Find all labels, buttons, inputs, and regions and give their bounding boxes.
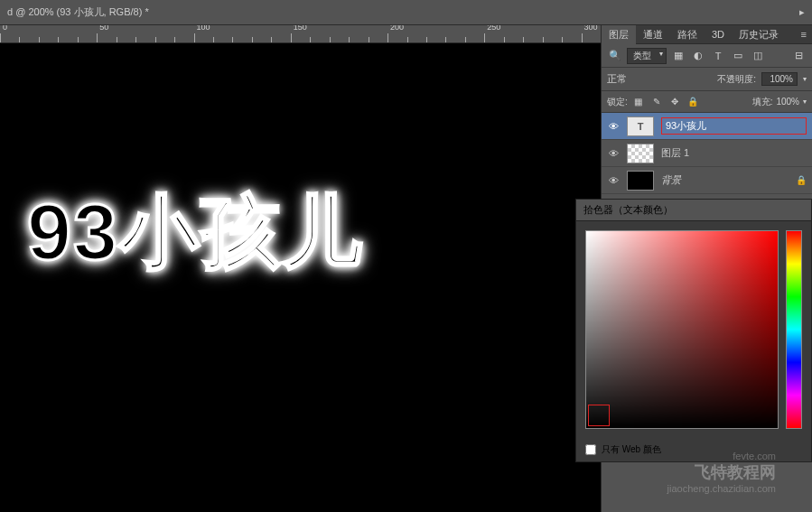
color-picker-dialog[interactable]: 拾色器（文本颜色） 只有 Web 颜色 xyxy=(575,199,812,462)
hue-slider[interactable] xyxy=(786,230,802,429)
color-picker-body xyxy=(576,221,811,438)
tab-layers[interactable]: 图层 xyxy=(602,25,636,44)
web-colors-checkbox[interactable] xyxy=(585,444,596,455)
document-tab-bar: d @ 200% (93 小孩儿, RGB/8) * ▸ xyxy=(0,0,812,25)
panel-tabs: 图层 通道 路径 3D 历史记录 ≡ xyxy=(602,25,812,44)
lock-move-icon[interactable]: ✥ xyxy=(667,95,682,109)
layer-name[interactable]: 背景 xyxy=(661,173,789,187)
layer-thumbnail[interactable] xyxy=(627,171,654,191)
layer-name[interactable]: 93小孩儿 xyxy=(661,117,807,135)
horizontal-ruler[interactable] xyxy=(0,25,601,43)
color-picker-footer: 只有 Web 颜色 xyxy=(576,438,811,461)
document-title: d @ 200% (93 小孩儿, RGB/8) * xyxy=(7,5,799,19)
layer-filter-row: 🔍 类型 ▦ ◐ T ▭ ◫ ⊟ xyxy=(602,44,812,68)
panel-collapse-icon[interactable]: ▸ xyxy=(799,6,805,18)
lock-brush-icon[interactable]: ✎ xyxy=(649,95,664,109)
search-icon[interactable]: 🔍 xyxy=(607,48,623,64)
lock-icon: 🔒 xyxy=(796,175,807,185)
fill-label: 填充: xyxy=(752,96,773,108)
layer-row-text[interactable]: 👁 T 93小孩儿 xyxy=(602,113,812,140)
web-colors-label: 只有 Web 颜色 xyxy=(602,443,661,456)
filter-pixel-icon[interactable]: ▦ xyxy=(670,48,686,64)
lock-all-icon[interactable]: 🔒 xyxy=(686,95,700,109)
filter-smart-icon[interactable]: ◫ xyxy=(750,48,766,64)
canvas[interactable]: 93小孩儿 xyxy=(0,43,601,512)
lock-label: 锁定: xyxy=(607,96,628,108)
visibility-toggle-icon[interactable]: 👁 xyxy=(607,148,620,159)
layer-kind-select[interactable]: 类型 xyxy=(627,48,667,64)
layer-thumbnail[interactable] xyxy=(627,144,654,163)
tab-paths[interactable]: 路径 xyxy=(670,25,705,44)
color-field[interactable] xyxy=(585,230,779,429)
layer-row[interactable]: 👁 图层 1 xyxy=(602,140,812,167)
panel-menu-icon[interactable]: ≡ xyxy=(796,29,812,40)
chevron-down-icon[interactable]: ▾ xyxy=(803,98,807,106)
color-picker-title-bar[interactable]: 拾色器（文本颜色） xyxy=(576,200,811,221)
color-picker-title: 拾色器（文本颜色） xyxy=(583,203,673,217)
layer-name[interactable]: 图层 1 xyxy=(661,146,807,160)
visibility-toggle-icon[interactable]: 👁 xyxy=(607,121,620,132)
filter-toggle-icon[interactable]: ⊟ xyxy=(790,48,807,64)
opacity-label: 不透明度: xyxy=(717,73,756,86)
blend-mode-select[interactable]: 正常 xyxy=(607,72,674,86)
filter-shape-icon[interactable]: ▭ xyxy=(730,48,746,64)
lock-row: 锁定: ▦ ✎ ✥ 🔒 填充: 100% ▾ xyxy=(602,91,812,113)
fill-value[interactable]: 100% xyxy=(776,97,799,107)
tab-history[interactable]: 历史记录 xyxy=(732,25,786,44)
visibility-toggle-icon[interactable]: 👁 xyxy=(607,175,620,186)
filter-adjust-icon[interactable]: ◐ xyxy=(690,48,706,64)
tab-3d[interactable]: 3D xyxy=(705,26,732,42)
filter-text-icon[interactable]: T xyxy=(710,48,726,64)
chevron-down-icon[interactable]: ▾ xyxy=(803,75,807,83)
tab-channels[interactable]: 通道 xyxy=(636,25,670,44)
canvas-side: 93小孩儿 xyxy=(0,25,601,512)
lock-transparent-icon[interactable]: ▦ xyxy=(631,95,646,109)
blend-row: 正常 不透明度: 100% ▾ xyxy=(602,68,812,91)
opacity-value[interactable]: 100% xyxy=(761,72,798,86)
canvas-text-art: 93小孩儿 xyxy=(27,179,363,286)
layer-row-background[interactable]: 👁 背景 🔒 xyxy=(602,167,812,194)
layer-thumbnail[interactable]: T xyxy=(627,116,654,136)
color-cursor[interactable] xyxy=(588,405,610,426)
